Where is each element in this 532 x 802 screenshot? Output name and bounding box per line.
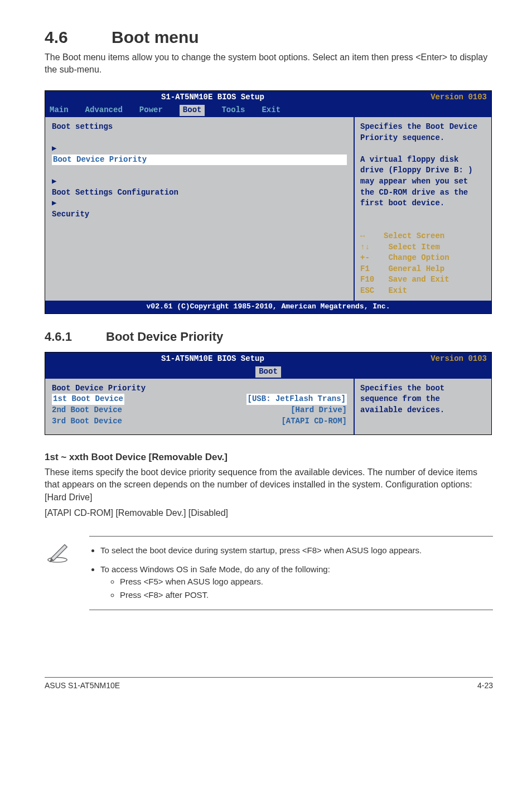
bios-copyright-footer: v02.61 (C)Copyright 1985-2010, American … [45, 301, 491, 313]
bios-title-bar: S1-AT5NM10E BIOS Setup Version 0103 [45, 91, 491, 104]
bios-menu-boot[interactable]: Boot [255, 366, 281, 378]
bios-setup-title: S1-AT5NM10E BIOS Setup [161, 354, 264, 365]
option-heading: 1st ~ xxth Boot Device [Removable Dev.] [45, 452, 493, 463]
note-subbullet-b: Press <F8> after POST. [120, 589, 487, 601]
bios-menu-exit[interactable]: Exit [262, 105, 280, 116]
bios-item-boot-settings-configuration[interactable]: ▶ Boot Settings Configuration [52, 176, 347, 198]
bios-row-name: 2nd Boot Device [52, 405, 122, 416]
bios-help-text-1: Specifies the Boot Device Priority seque… [360, 122, 486, 143]
bios-boot-settings-screenshot: S1-AT5NM10E BIOS Setup Version 0103 Main… [45, 90, 492, 314]
bios-nav-hint-exit: ESC Exit [360, 286, 486, 297]
note-bullet-1: To select the boot device during system … [100, 544, 487, 557]
bios-row-value: [Hard Drive] [291, 405, 347, 416]
intro-paragraph: The Boot menu items allow you to change … [45, 51, 493, 76]
bios-help-pane: Specifies the boot sequence from the ava… [355, 379, 491, 434]
subsection-heading: 4.6.1Boot Device Priority [45, 330, 493, 344]
bios-row-name: 3rd Boot Device [52, 416, 122, 427]
bios-row-2nd-boot-device[interactable]: 2nd Boot Device [Hard Drive] [52, 405, 347, 416]
bios-menu-main[interactable]: Main [50, 105, 69, 116]
footer-right: 4-23 [477, 681, 493, 690]
bios-menu-advanced[interactable]: Advanced [85, 105, 123, 116]
bios-help-pane: Specifies the Boot Device Priority seque… [355, 117, 491, 301]
bios-version: Version 0103 [431, 92, 487, 103]
bios-row-3rd-boot-device[interactable]: 3rd Boot Device [ATAPI CD-ROM] [52, 416, 347, 427]
pencil-note-icon [45, 556, 70, 566]
bios-menu-boot[interactable]: Boot [180, 105, 205, 116]
bios-item-label: Boot Settings Configuration [52, 187, 347, 199]
bios-row-1st-boot-device[interactable]: 1st Boot Device [USB: JetFlash Trans] [52, 394, 347, 405]
triangle-icon: ▶ [52, 199, 56, 207]
bios-menu-tools[interactable]: Tools [221, 105, 245, 116]
bios-item-label: Security [52, 209, 347, 220]
bios-nav-hint-general-help: F1 General Help [360, 264, 486, 275]
bios-version: Version 0103 [431, 354, 487, 365]
bios-menubar: Boot [45, 365, 491, 379]
note-bullet-2: To access Windows OS in Safe Mode, do an… [100, 563, 487, 601]
bios-setup-title: S1-AT5NM10E BIOS Setup [161, 92, 264, 103]
bios-left-pane: Boot Device Priority 1st Boot Device [US… [45, 379, 355, 434]
bios-item-security[interactable]: ▶ Security [52, 198, 347, 220]
body-paragraph-1: These items specify the boot device prio… [45, 466, 493, 504]
body-paragraph-2: [ATAPI CD-ROM] [Removable Dev.] [Disable… [45, 507, 493, 519]
bios-row-value: [USB: JetFlash Trans] [246, 394, 347, 405]
page-heading: 4.6Boot menu [45, 28, 493, 47]
bios-nav-hint-save-exit: F10 Save and Exit [360, 274, 486, 286]
bios-help-text: Specifies the boot sequence from the ava… [360, 383, 486, 416]
triangle-icon: ▶ [52, 177, 56, 186]
bios-item-boot-device-priority[interactable]: ▶ Boot Device Priority [52, 143, 347, 165]
subsection-number: 4.6.1 [45, 330, 106, 344]
page-footer: ASUS S1-AT5NM10E 4-23 [45, 677, 493, 690]
section-number: 4.6 [45, 28, 112, 47]
note-bullet-2-text: To access Windows OS in Safe Mode, do an… [100, 564, 330, 574]
bios-nav-hint-select-item: ↑↓ Select Item [360, 242, 486, 253]
bios-item-label: Boot Device Priority [52, 154, 347, 166]
triangle-icon: ▶ [52, 144, 56, 153]
subsection-title: Boot Device Priority [106, 330, 223, 344]
note-subbullet-a: Press <F5> when ASUS logo appears. [120, 576, 487, 588]
bios-left-pane: Boot settings ▶ Boot Device Priority ▶ B… [45, 117, 355, 301]
bios-title-bar: S1-AT5NM10E BIOS Setup Version 0103 [45, 352, 491, 366]
bios-boot-device-priority-screenshot: S1-AT5NM10E BIOS Setup Version 0103 Boot… [45, 352, 492, 435]
bios-row-value: [ATAPI CD-ROM] [281, 416, 347, 427]
bios-help-text-2: A virtual floppy disk drive (Floppy Driv… [360, 154, 486, 209]
bios-row-name: 1st Boot Device [52, 394, 124, 405]
bios-nav-hint-change-option: +- Change Option [360, 253, 486, 264]
bios-menubar: Main Advanced Power Boot Tools Exit [45, 104, 491, 117]
bios-section-header: Boot Device Priority [52, 383, 347, 394]
note-box: To select the boot device during system … [45, 536, 493, 610]
bios-menu-power[interactable]: Power [139, 105, 163, 116]
bios-nav-hint-select-screen: ↔ Select Screen [360, 231, 486, 242]
footer-left: ASUS S1-AT5NM10E [45, 681, 120, 690]
section-title: Boot menu [112, 28, 199, 46]
bios-section-header: Boot settings [52, 122, 347, 133]
